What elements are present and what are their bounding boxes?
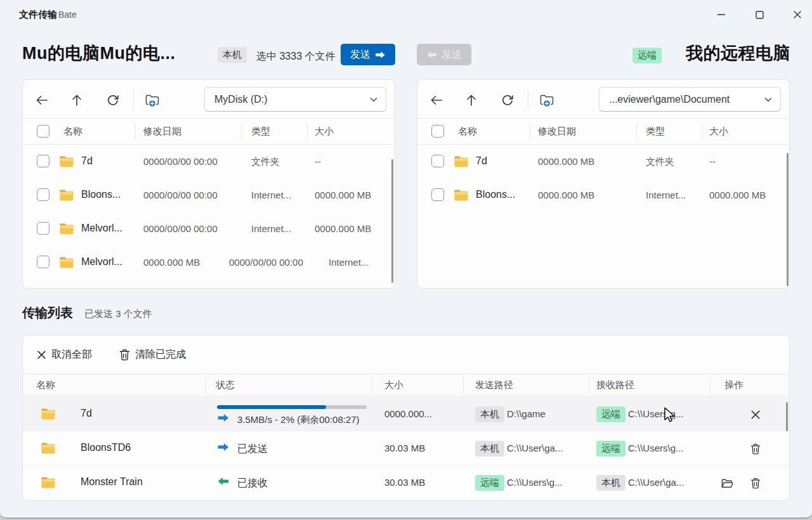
trash-icon xyxy=(750,443,761,455)
cancel-icon xyxy=(37,350,46,360)
panel-scrollbar[interactable] xyxy=(391,159,393,283)
file-row[interactable]: 7d 0000.000 MB 文件夹 -- xyxy=(417,145,789,178)
back-button[interactable] xyxy=(428,91,445,109)
remote-computer-title: 我的远程电脑 xyxy=(686,42,790,65)
file-row[interactable]: 7d 0000/00/00 00:00 文件夹 -- xyxy=(23,145,395,178)
send-button-label: 发送 xyxy=(350,48,370,62)
transfer-row[interactable]: BloonsTD6 已发送 30.03 MB 本机 C:\\User\ga...… xyxy=(23,431,789,465)
new-folder-button[interactable] xyxy=(144,91,162,109)
minimize-icon xyxy=(717,10,726,19)
cancel-transfer-button[interactable] xyxy=(747,406,764,423)
file-date: 0000/00/00 00:00 xyxy=(143,156,218,167)
local-computer-title: Mu的电脑Mu的电... xyxy=(22,42,175,65)
remote-path-dropdown[interactable]: ...eviewer\game\Document xyxy=(599,87,781,112)
up-icon xyxy=(70,93,84,107)
column-send-path[interactable]: 发送路径 xyxy=(475,379,513,391)
trash-icon xyxy=(119,349,130,361)
send-origin-badge: 本机 xyxy=(475,441,504,457)
transfer-list-subtitle: 已发送 3 个文件 xyxy=(84,308,152,320)
file-date: 0000/00/00 00:00 xyxy=(143,190,218,200)
file-row[interactable]: Bloons... 0000.000 MB Internet... 0000.0… xyxy=(417,178,789,212)
transfer-size: 0000.000... xyxy=(384,408,432,419)
column-size[interactable]: 大小 xyxy=(315,126,334,138)
selection-info: 选中 3333 个文件 xyxy=(256,50,335,63)
file-row[interactable]: Bloons... 0000/00/00 00:00 Internet... 0… xyxy=(23,178,395,212)
file-size: Internet... xyxy=(329,257,369,268)
row-checkbox[interactable] xyxy=(37,155,49,167)
file-type: 文件夹 xyxy=(251,156,280,168)
recv-path: C:\\User\ga... xyxy=(628,477,684,488)
close-icon xyxy=(793,10,802,19)
panel-scrollbar[interactable] xyxy=(787,153,789,286)
open-folder-button[interactable] xyxy=(719,475,735,491)
up-icon xyxy=(464,93,478,107)
file-row[interactable]: Melvorl... 0000.000 MB 0000/00/00 00:00 … xyxy=(23,245,395,279)
chevron-down-icon xyxy=(764,95,773,104)
app-title: 文件传输 xyxy=(19,9,57,21)
minimize-button[interactable] xyxy=(707,5,736,24)
new-folder-button[interactable] xyxy=(539,91,556,109)
column-size[interactable]: 大小 xyxy=(384,379,403,391)
file-name: 7d xyxy=(476,155,487,167)
local-file-panel: MyDisk (D:) 名称 修改日期 类型 大小 7d 0000/00/00 … xyxy=(22,79,395,289)
column-date[interactable]: 修改日期 xyxy=(538,126,576,138)
folder-icon xyxy=(59,189,74,202)
folder-icon xyxy=(59,256,74,269)
cancel-all-button[interactable]: 取消全部 xyxy=(37,346,92,363)
refresh-icon xyxy=(501,93,514,107)
folder-icon xyxy=(41,476,56,489)
refresh-button[interactable] xyxy=(104,91,122,109)
clear-completed-label: 清除已完成 xyxy=(135,348,186,361)
column-date[interactable]: 修改日期 xyxy=(143,126,181,138)
recv-path: C:\\Users\g... xyxy=(628,443,684,453)
up-button[interactable] xyxy=(462,91,480,109)
close-button[interactable] xyxy=(783,5,812,24)
column-ops[interactable]: 操作 xyxy=(724,379,743,391)
column-name[interactable]: 名称 xyxy=(36,379,55,391)
send-origin-badge: 本机 xyxy=(475,406,504,422)
back-button[interactable] xyxy=(33,91,51,109)
row-checkbox[interactable] xyxy=(37,222,49,235)
local-path-value: MyDisk (D:) xyxy=(214,94,369,105)
transfer-list-title: 传输列表 xyxy=(22,304,73,322)
file-row[interactable]: Melvorl... 0000/00/00 00:00 Internet... … xyxy=(23,212,395,245)
column-status[interactable]: 状态 xyxy=(216,379,235,391)
transfer-scrollbar[interactable] xyxy=(786,402,788,431)
send-origin-badge: 远端 xyxy=(475,475,504,491)
file-size: 0000.000 MB xyxy=(315,190,371,200)
transfer-row[interactable]: Monster Train 已接收 30.03 MB 远端 C:\\Users\… xyxy=(23,465,789,500)
file-name: Bloons... xyxy=(476,189,515,200)
local-path-dropdown[interactable]: MyDisk (D:) xyxy=(204,87,386,112)
column-name[interactable]: 名称 xyxy=(63,126,82,138)
maximize-button[interactable] xyxy=(745,5,774,24)
column-name[interactable]: 名称 xyxy=(458,126,477,138)
up-button[interactable] xyxy=(68,91,86,109)
refresh-button[interactable] xyxy=(499,91,516,109)
select-all-checkbox[interactable] xyxy=(431,125,444,138)
column-type[interactable]: 类型 xyxy=(646,126,665,138)
column-type[interactable]: 类型 xyxy=(251,126,270,138)
sent-arrow-icon xyxy=(217,443,230,452)
send-button[interactable]: 发送 xyxy=(341,44,395,65)
arrow-right-icon xyxy=(375,51,386,59)
file-table-header: 名称 修改日期 类型 大小 xyxy=(23,118,395,145)
row-checkbox[interactable] xyxy=(431,155,444,167)
progress-bar xyxy=(217,405,367,409)
delete-record-button[interactable] xyxy=(747,475,764,491)
transfer-status: 3.5MB/s - 2% (剩余00:08:27) xyxy=(237,414,360,426)
receive-button[interactable]: 发送 xyxy=(417,44,471,65)
row-checkbox[interactable] xyxy=(37,188,49,201)
file-type: Internet... xyxy=(251,190,291,200)
new-folder-icon xyxy=(145,93,161,108)
row-checkbox[interactable] xyxy=(431,188,444,201)
transfer-name: Monster Train xyxy=(81,476,143,488)
recv-origin-badge: 远端 xyxy=(596,441,625,457)
folder-icon xyxy=(41,442,56,455)
column-recv-path[interactable]: 接收路径 xyxy=(596,379,634,391)
row-checkbox[interactable] xyxy=(37,256,49,268)
select-all-checkbox[interactable] xyxy=(37,125,49,138)
column-size[interactable]: 大小 xyxy=(709,126,728,138)
clear-completed-button[interactable]: 清除已完成 xyxy=(119,346,186,363)
delete-record-button[interactable] xyxy=(747,441,764,457)
received-arrow-icon xyxy=(217,477,230,486)
